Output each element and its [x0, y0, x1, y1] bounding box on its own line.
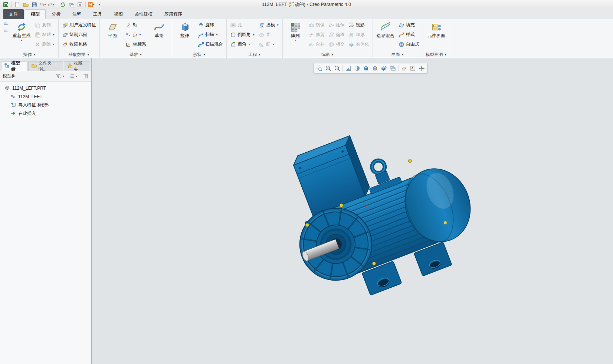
copy-geometry-button[interactable]: 复制几何	[60, 30, 98, 39]
ribbon-group-get-data: 用户定义特征 复制几何 收缩包络 获取数据▼	[59, 19, 100, 58]
m-badge-icon[interactable]: ▼	[87, 1, 95, 8]
graphics-area[interactable]	[92, 58, 613, 364]
show-section-icon[interactable]	[371, 64, 379, 72]
csys-button[interactable]: 坐标系	[124, 40, 148, 49]
spin-center-icon[interactable]	[417, 64, 426, 72]
motor-3d-model[interactable]	[92, 58, 613, 364]
rib-button[interactable]: 筋▼	[257, 40, 281, 49]
component-interface-button[interactable]: 元件界面	[425, 20, 448, 50]
repaint-icon[interactable]	[344, 64, 353, 72]
extend-button[interactable]: 延伸	[327, 20, 346, 30]
close-window-icon[interactable]	[76, 1, 84, 8]
redo-icon[interactable]: ▼	[47, 1, 55, 8]
extrude-button[interactable]: 拉伸	[174, 20, 196, 50]
tree-filter-button[interactable]: ▼	[55, 73, 65, 80]
shrinkwrap-button[interactable]: 收缩包络	[60, 40, 98, 49]
copy-button[interactable]: 复制	[33, 20, 56, 30]
group-label-editing[interactable]: 编辑▼	[284, 52, 371, 58]
display-style-icon[interactable]	[362, 64, 370, 72]
group-label-operations[interactable]: 操作▼	[2, 52, 57, 58]
solidify-icon	[348, 42, 354, 47]
paste-button[interactable]: 粘贴▼	[33, 30, 56, 39]
plane-button[interactable]: 平面	[102, 20, 123, 50]
draft-button[interactable]: 拔模▼	[257, 20, 281, 30]
zoom-out-icon[interactable]	[333, 64, 341, 72]
tree-item-feature[interactable]: 112M_LEFT	[0, 92, 91, 101]
chamfer-button[interactable]: 倒角▼	[229, 40, 256, 49]
hole-button[interactable]: 孔	[229, 20, 256, 30]
intersect-button[interactable]: 相交	[327, 40, 346, 49]
chevron-down-icon: ▼	[52, 43, 55, 46]
thicken-button[interactable]: 加厚	[347, 30, 371, 39]
round-button[interactable]: 倒圆角▼	[229, 30, 256, 39]
new-file-icon[interactable]	[13, 1, 21, 8]
zoom-region-icon[interactable]	[315, 64, 324, 72]
swept-blend-icon	[198, 42, 204, 47]
tree-item-import-feature[interactable]: 导入特征 标识5	[0, 101, 91, 109]
group-label-surfaces[interactable]: 曲面▼	[374, 52, 422, 58]
undo-icon[interactable]: ▼	[39, 1, 47, 8]
shell-button[interactable]: 壳	[257, 30, 281, 39]
saved-orientations-icon[interactable]	[380, 64, 388, 72]
paste-icon	[35, 32, 40, 38]
tree-item-insert-here[interactable]: 在此插入	[0, 109, 91, 118]
tab-tools[interactable]: 工具	[87, 9, 108, 19]
axis-button[interactable]: 轴	[124, 20, 148, 30]
delete-button[interactable]: 删除▼	[33, 40, 56, 49]
offset-button[interactable]: 偏移	[327, 30, 346, 39]
customize-toolbar-icon[interactable]: ▼	[96, 1, 104, 8]
project-button[interactable]: 投影	[347, 20, 371, 30]
swept-blend-button[interactable]: 扫描混合	[196, 40, 224, 49]
enhanced-realism-icon[interactable]	[353, 64, 361, 72]
panel-tab-folder-browser[interactable]: 文件夹浏...	[28, 61, 63, 71]
hole-icon	[230, 22, 236, 28]
regenerate-quick-icon[interactable]	[59, 1, 67, 8]
tab-applications[interactable]: 应用程序	[158, 9, 188, 19]
merge-button[interactable]: 合并	[307, 40, 326, 49]
auto-regenerate-icon[interactable]	[3, 28, 10, 35]
tab-analysis[interactable]: 分析	[46, 9, 66, 19]
trim-button[interactable]: 修剪	[307, 30, 326, 39]
group-label-model-intent[interactable]: 模型意图▼	[424, 52, 449, 58]
freestyle-button[interactable]: 自由式	[397, 40, 421, 49]
group-label-shapes[interactable]: 形状▼	[173, 52, 225, 58]
regenerate-list-icon[interactable]	[3, 21, 10, 28]
mirror-button[interactable]: 镜像	[307, 20, 326, 30]
tab-model[interactable]: 模型	[25, 9, 46, 19]
view-manager-icon[interactable]	[389, 64, 397, 72]
save-file-icon[interactable]	[30, 1, 38, 8]
group-label-get-data[interactable]: 获取数据▼	[60, 52, 98, 58]
tree-panes-button[interactable]	[82, 73, 89, 80]
style-button[interactable]: 样式	[397, 30, 421, 39]
pattern-button[interactable]: 阵列 ▼	[285, 20, 306, 50]
boundary-blend-button[interactable]: 边界混合	[375, 20, 396, 50]
point-button[interactable]: 点▼	[124, 30, 148, 39]
datum-display-icon[interactable]	[400, 64, 408, 72]
ribbon-group-engineering: 孔 倒圆角▼ 倒角▼ 拔模▼ 壳 筋▼ 工程▼	[227, 19, 283, 58]
group-label-datum[interactable]: 基准▼	[101, 52, 171, 58]
tab-view[interactable]: 视图	[108, 9, 129, 19]
zoom-in-icon[interactable]	[324, 64, 332, 72]
creo-logo-icon[interactable]	[1, 1, 10, 8]
tab-file[interactable]: 文件	[3, 9, 24, 19]
open-file-icon[interactable]	[22, 1, 30, 8]
panel-tab-favorites[interactable]: 收藏夹	[64, 61, 90, 71]
csys-icon	[125, 42, 131, 47]
sweep-button[interactable]: 扫描▼	[196, 30, 224, 39]
udf-button[interactable]: 用户定义特征	[60, 20, 98, 30]
extrude-icon	[179, 21, 190, 33]
sketch-button[interactable]: 草绘	[148, 20, 170, 50]
regenerate-button[interactable]: 重新生成 ▼	[11, 20, 32, 50]
panel-tab-model-tree[interactable]: 模型树	[1, 61, 27, 71]
tree-item-part[interactable]: 112M_LEFT.PRT	[0, 84, 91, 92]
group-label-engineering[interactable]: 工程▼	[228, 52, 281, 58]
new-window-icon[interactable]	[67, 1, 75, 8]
import-feature-icon	[10, 102, 16, 109]
annotation-display-icon[interactable]	[409, 64, 417, 72]
tree-settings-button[interactable]: ▼	[68, 73, 79, 80]
tab-flexible-modeling[interactable]: 柔性建模	[129, 9, 158, 19]
fill-button[interactable]: 填充	[397, 20, 421, 30]
solidify-button[interactable]: 实体化	[347, 40, 371, 49]
tab-annotate[interactable]: 注释	[66, 9, 87, 19]
revolve-button[interactable]: 旋转	[196, 20, 224, 30]
